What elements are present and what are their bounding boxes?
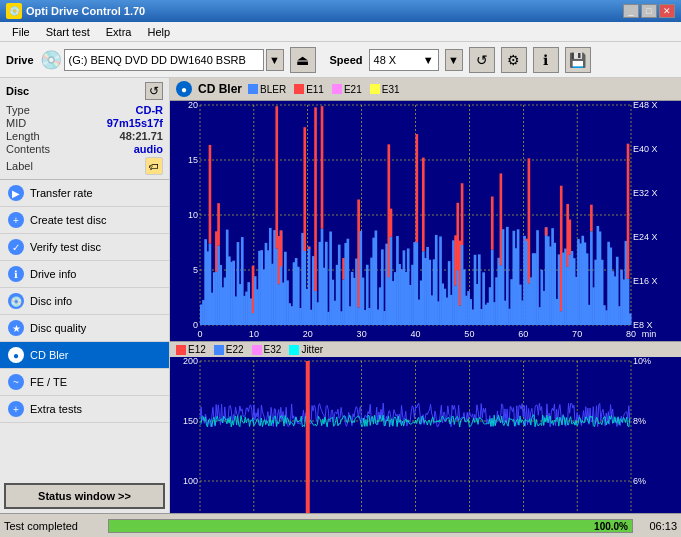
legend-e32-box — [252, 345, 262, 355]
legend-e22: E22 — [214, 344, 244, 355]
legend-e31-box — [370, 84, 380, 94]
legend-e12-box — [176, 345, 186, 355]
sidebar-item-transfer-rate[interactable]: ▶ Transfer rate — [0, 180, 169, 207]
chart-title: CD Bler — [198, 82, 242, 96]
chart2-header: E12 E22 E32 Jitter — [170, 341, 681, 357]
sidebar-item-verify-test-disc[interactable]: ✓ Verify test disc — [0, 234, 169, 261]
sidebar-item-drive-info[interactable]: ℹ Drive info — [0, 261, 169, 288]
sidebar-item-label-disc-quality: Disc quality — [30, 322, 86, 334]
sidebar-item-label-fe-te: FE / TE — [30, 376, 67, 388]
disc-title: Disc — [6, 85, 29, 97]
legend-e21: E21 — [332, 84, 362, 95]
sidebar-item-label-extra-tests: Extra tests — [30, 403, 82, 415]
legend-bler: BLER — [248, 84, 286, 95]
sidebar-item-fe-te[interactable]: ~ FE / TE — [0, 369, 169, 396]
menu-help[interactable]: Help — [139, 24, 178, 40]
label-label: Label — [6, 160, 33, 172]
sidebar-item-label-disc-info: Disc info — [30, 295, 72, 307]
chart-icon: ● — [176, 81, 192, 97]
create-test-disc-icon: + — [8, 212, 24, 228]
legend-e32-label: E32 — [264, 344, 282, 355]
legend-bler-label: BLER — [260, 84, 286, 95]
speed-dropdown-arrow[interactable]: ▼ — [445, 49, 463, 71]
drive-dropdown-arrow[interactable]: ▼ — [266, 49, 284, 71]
info-button[interactable]: ℹ — [533, 47, 559, 73]
legend-e12: E12 — [176, 344, 206, 355]
legend-e31-label: E31 — [382, 84, 400, 95]
cd-bler-icon: ● — [8, 347, 24, 363]
transfer-rate-icon: ▶ — [8, 185, 24, 201]
progress-text: 100.0% — [594, 520, 628, 534]
legend-e21-label: E21 — [344, 84, 362, 95]
mid-label: MID — [6, 117, 26, 129]
chart-legend-2: E12 E22 E32 Jitter — [176, 344, 323, 355]
contents-label: Contents — [6, 143, 50, 155]
legend-e11: E11 — [294, 84, 324, 95]
legend-e22-label: E22 — [226, 344, 244, 355]
menu-start-test[interactable]: Start test — [38, 24, 98, 40]
progress-bar: 100.0% — [108, 519, 633, 533]
speed-dropdown[interactable]: 48 X ▼ — [369, 49, 439, 71]
app-icon: 💿 — [6, 3, 22, 19]
sidebar-item-extra-tests[interactable]: + Extra tests — [0, 396, 169, 423]
sidebar-item-disc-quality[interactable]: ★ Disc quality — [0, 315, 169, 342]
chart-header: ● CD Bler BLER E11 E21 E31 — [170, 78, 681, 101]
settings-button[interactable]: ⚙ — [501, 47, 527, 73]
main-area: Disc ↺ Type CD-R MID 97m15s17f Length 48… — [0, 78, 681, 513]
extra-tests-icon: + — [8, 401, 24, 417]
sidebar-item-label-cd-bler: CD Bler — [30, 349, 69, 361]
menu-bar: File Start test Extra Help — [0, 22, 681, 42]
verify-test-disc-icon: ✓ — [8, 239, 24, 255]
sidebar-item-create-test-disc[interactable]: + Create test disc — [0, 207, 169, 234]
bler-chart — [170, 101, 681, 341]
legend-bler-box — [248, 84, 258, 94]
mid-value: 97m15s17f — [107, 117, 163, 129]
sidebar-item-label-create-test: Create test disc — [30, 214, 106, 226]
drive-name: (G:) BENQ DVD DD DW1640 BSRB — [69, 54, 246, 66]
menu-file[interactable]: File — [4, 24, 38, 40]
legend-jitter-box — [289, 345, 299, 355]
e12-chart — [170, 357, 681, 513]
status-window-button[interactable]: Status window >> — [4, 483, 165, 509]
drive-selector[interactable]: 💿 (G:) BENQ DVD DD DW1640 BSRB ▼ — [40, 49, 284, 71]
window-title: Opti Drive Control 1.70 — [26, 5, 145, 17]
sidebar-item-label-transfer-rate: Transfer rate — [30, 187, 93, 199]
content-area: ● CD Bler BLER E11 E21 E31 — [170, 78, 681, 513]
chart-legend-1: BLER E11 E21 E31 — [248, 84, 400, 95]
sidebar: Disc ↺ Type CD-R MID 97m15s17f Length 48… — [0, 78, 170, 513]
sidebar-item-cd-bler[interactable]: ● CD Bler — [0, 342, 169, 369]
disc-refresh-button[interactable]: ↺ — [145, 82, 163, 100]
fe-te-icon: ~ — [8, 374, 24, 390]
eject-button[interactable]: ⏏ — [290, 47, 316, 73]
type-label: Type — [6, 104, 30, 116]
legend-e11-label: E11 — [306, 84, 324, 95]
legend-e22-box — [214, 345, 224, 355]
minimize-button[interactable]: _ — [623, 4, 639, 18]
refresh-button[interactable]: ↺ — [469, 47, 495, 73]
contents-value: audio — [134, 143, 163, 155]
legend-jitter-label: Jitter — [301, 344, 323, 355]
window-controls: _ □ ✕ — [623, 4, 675, 18]
status-time: 06:13 — [637, 520, 677, 532]
title-bar: 💿 Opti Drive Control 1.70 _ □ ✕ — [0, 0, 681, 22]
status-completed-text: Test completed — [4, 520, 104, 532]
status-bar: Test completed 100.0% 06:13 — [0, 513, 681, 537]
save-button[interactable]: 💾 — [565, 47, 591, 73]
sidebar-item-label-drive-info: Drive info — [30, 268, 76, 280]
maximize-button[interactable]: □ — [641, 4, 657, 18]
legend-e21-box — [332, 84, 342, 94]
sidebar-item-disc-info[interactable]: 💿 Disc info — [0, 288, 169, 315]
drive-label: Drive — [6, 54, 34, 66]
legend-e31: E31 — [370, 84, 400, 95]
close-button[interactable]: ✕ — [659, 4, 675, 18]
legend-e11-box — [294, 84, 304, 94]
label-icon[interactable]: 🏷 — [145, 157, 163, 175]
toolbar: Drive 💿 (G:) BENQ DVD DD DW1640 BSRB ▼ ⏏… — [0, 42, 681, 78]
disc-panel: Disc ↺ Type CD-R MID 97m15s17f Length 48… — [0, 78, 169, 180]
drive-info-icon: ℹ — [8, 266, 24, 282]
drive-dropdown[interactable]: (G:) BENQ DVD DD DW1640 BSRB — [64, 49, 264, 71]
legend-e12-label: E12 — [188, 344, 206, 355]
type-value: CD-R — [136, 104, 164, 116]
menu-extra[interactable]: Extra — [98, 24, 140, 40]
speed-value: 48 X — [374, 54, 397, 66]
